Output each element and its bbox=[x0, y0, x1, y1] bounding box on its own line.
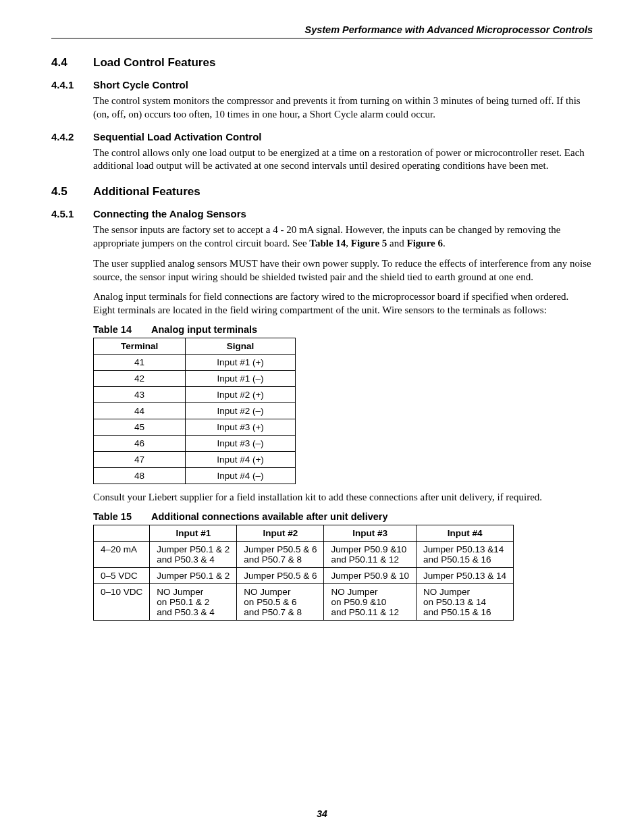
paragraph: The sensor inputs are factory set to acc… bbox=[93, 224, 593, 251]
table-title: Analog input terminals bbox=[151, 324, 257, 335]
cell: Input #1 (+) bbox=[186, 354, 296, 370]
cell: Input #2 (+) bbox=[186, 386, 296, 402]
col-blank bbox=[94, 525, 150, 541]
cell: NO Jumperon P50.1 & 2and P50.3 & 4 bbox=[150, 583, 237, 620]
cell: 41 bbox=[94, 354, 186, 370]
xref-figure-6: Figure 6 bbox=[407, 238, 443, 249]
col-input-1: Input #1 bbox=[150, 525, 237, 541]
cell: 43 bbox=[94, 386, 186, 402]
xref-figure-5: Figure 5 bbox=[351, 238, 387, 249]
cell: Jumper P50.9 & 10 bbox=[324, 567, 417, 583]
text: . bbox=[443, 238, 446, 249]
subsection-title: Connecting the Analog Sensors bbox=[93, 208, 246, 219]
paragraph: Analog input terminals for field connect… bbox=[93, 290, 593, 317]
subsection-number: 4.4.2 bbox=[51, 131, 93, 142]
cell: NO Jumperon P50.5 & 6and P50.7 & 8 bbox=[237, 583, 324, 620]
table-header-row: Input #1 Input #2 Input #3 Input #4 bbox=[94, 525, 514, 541]
col-input-2: Input #2 bbox=[237, 525, 324, 541]
section-4-5-1-heading: 4.5.1 Connecting the Analog Sensors bbox=[51, 208, 593, 219]
table-14-caption: Table 14Analog input terminals bbox=[93, 324, 593, 335]
table-row: 46Input #3 (–) bbox=[94, 435, 296, 451]
section-title: Load Control Features bbox=[93, 56, 215, 70]
col-signal: Signal bbox=[186, 338, 296, 354]
paragraph: The user supplied analog sensors MUST ha… bbox=[93, 257, 593, 284]
cell: NO Jumperon P50.13 & 14and P50.15 & 16 bbox=[417, 583, 514, 620]
paragraph: Consult your Liebert supplier for a fiel… bbox=[93, 491, 593, 504]
cell: 46 bbox=[94, 435, 186, 451]
table-15: Input #1 Input #2 Input #3 Input #4 4–20… bbox=[93, 525, 514, 621]
table-row: 48Input #4 (–) bbox=[94, 467, 296, 484]
table-row: 0–5 VDC Jumper P50.1 & 2 Jumper P50.5 & … bbox=[94, 567, 514, 583]
section-4-4-heading: 4.4 Load Control Features bbox=[51, 56, 593, 70]
cell: 42 bbox=[94, 370, 186, 386]
table-row: 0–10 VDC NO Jumperon P50.1 & 2and P50.3 … bbox=[94, 583, 514, 620]
cell: Input #3 (–) bbox=[186, 435, 296, 451]
col-terminal: Terminal bbox=[94, 338, 186, 354]
cell: Input #4 (+) bbox=[186, 451, 296, 467]
section-4-4-1-heading: 4.4.1 Short Cycle Control bbox=[51, 79, 593, 90]
table-title: Additional connections available after u… bbox=[151, 511, 388, 522]
cell: Jumper P50.9 &10and P50.11 & 12 bbox=[324, 541, 417, 567]
table-header-row: Terminal Signal bbox=[94, 338, 296, 354]
section-title: Additional Features bbox=[93, 185, 200, 199]
cell: Input #1 (–) bbox=[186, 370, 296, 386]
col-input-4: Input #4 bbox=[417, 525, 514, 541]
cell: Input #3 (+) bbox=[186, 419, 296, 435]
section-number: 4.4 bbox=[51, 56, 93, 70]
xref-table-14: Table 14 bbox=[309, 238, 346, 249]
row-label: 0–5 VDC bbox=[94, 567, 150, 583]
subsection-number: 4.4.1 bbox=[51, 79, 93, 90]
table-14: Terminal Signal 41Input #1 (+) 42Input #… bbox=[93, 338, 296, 484]
cell: 45 bbox=[94, 419, 186, 435]
text: and bbox=[387, 238, 406, 249]
section-4-5-heading: 4.5 Additional Features bbox=[51, 185, 593, 199]
table-row: 42Input #1 (–) bbox=[94, 370, 296, 386]
row-label: 0–10 VDC bbox=[94, 583, 150, 620]
table-label: Table 14 bbox=[93, 324, 151, 335]
cell: Input #4 (–) bbox=[186, 467, 296, 484]
table-row: 44Input #2 (–) bbox=[94, 402, 296, 419]
text: , bbox=[346, 238, 351, 249]
table-row: 47Input #4 (+) bbox=[94, 451, 296, 467]
table-row: 41Input #1 (+) bbox=[94, 354, 296, 370]
row-label: 4–20 mA bbox=[94, 541, 150, 567]
cell: NO Jumperon P50.9 &10and P50.11 & 12 bbox=[324, 583, 417, 620]
table-row: 4–20 mA Jumper P50.1 & 2and P50.3 & 4 Ju… bbox=[94, 541, 514, 567]
paragraph: The control system monitors the compress… bbox=[93, 95, 593, 122]
cell: Input #2 (–) bbox=[186, 402, 296, 419]
subsection-title: Short Cycle Control bbox=[93, 79, 188, 90]
cell: 44 bbox=[94, 402, 186, 419]
page: System Performance with Advanced Micropr… bbox=[0, 0, 644, 834]
table-label: Table 15 bbox=[93, 511, 151, 522]
subsection-number: 4.5.1 bbox=[51, 208, 93, 219]
table-row: 45Input #3 (+) bbox=[94, 419, 296, 435]
cell: 48 bbox=[94, 467, 186, 484]
table-row: 43Input #2 (+) bbox=[94, 386, 296, 402]
cell: Jumper P50.13 & 14 bbox=[417, 567, 514, 583]
paragraph: The control allows only one load output … bbox=[93, 147, 593, 174]
col-input-3: Input #3 bbox=[324, 525, 417, 541]
cell: 47 bbox=[94, 451, 186, 467]
cell: Jumper P50.5 & 6 bbox=[237, 567, 324, 583]
table-15-caption: Table 15Additional connections available… bbox=[93, 511, 593, 522]
cell: Jumper P50.1 & 2and P50.3 & 4 bbox=[150, 541, 237, 567]
cell: Jumper P50.1 & 2 bbox=[150, 567, 237, 583]
running-header: System Performance with Advanced Micropr… bbox=[51, 24, 593, 38]
subsection-title: Sequential Load Activation Control bbox=[93, 131, 261, 142]
cell: Jumper P50.13 &14and P50.15 & 16 bbox=[417, 541, 514, 567]
cell: Jumper P50.5 & 6and P50.7 & 8 bbox=[237, 541, 324, 567]
section-number: 4.5 bbox=[51, 185, 93, 199]
page-number: 34 bbox=[0, 808, 644, 819]
section-4-4-2-heading: 4.4.2 Sequential Load Activation Control bbox=[51, 131, 593, 142]
